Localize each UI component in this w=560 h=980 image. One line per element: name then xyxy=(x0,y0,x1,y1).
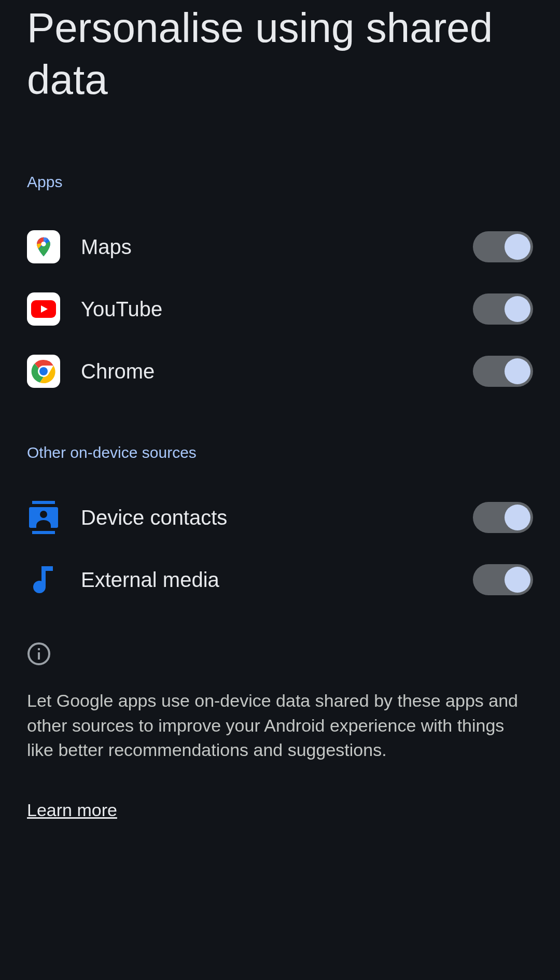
list-item-label: External media xyxy=(81,568,473,592)
svg-rect-5 xyxy=(32,501,55,504)
svg-point-11 xyxy=(33,581,46,593)
list-item[interactable]: Maps xyxy=(27,216,533,278)
list-item-label: YouTube xyxy=(81,298,473,321)
toggle-contacts[interactable] xyxy=(473,502,533,533)
list-item[interactable]: YouTube xyxy=(27,278,533,340)
info-icon xyxy=(27,642,533,668)
youtube-icon xyxy=(27,292,60,326)
svg-rect-6 xyxy=(32,531,55,534)
svg-rect-10 xyxy=(41,566,53,571)
section-header-other: Other on-device sources xyxy=(27,444,533,461)
svg-rect-14 xyxy=(38,648,40,650)
svg-point-4 xyxy=(39,367,48,375)
section-header-apps: Apps xyxy=(27,173,533,191)
page-title: Personalise using shared data xyxy=(27,0,533,173)
list-item-label: Device contacts xyxy=(81,506,473,529)
chrome-icon xyxy=(27,355,60,388)
list-item-label: Maps xyxy=(81,235,473,259)
list-item[interactable]: External media xyxy=(27,549,533,611)
toggle-youtube[interactable] xyxy=(473,293,533,325)
svg-rect-13 xyxy=(38,652,40,660)
toggle-chrome[interactable] xyxy=(473,356,533,387)
maps-icon xyxy=(27,230,60,263)
info-description: Let Google apps use on-device data share… xyxy=(27,689,533,763)
toggle-maps[interactable] xyxy=(473,231,533,262)
list-item-label: Chrome xyxy=(81,360,473,383)
learn-more-link[interactable]: Learn more xyxy=(27,800,117,820)
list-item[interactable]: Chrome xyxy=(27,340,533,402)
toggle-external-media[interactable] xyxy=(473,564,533,595)
contacts-icon xyxy=(27,501,60,534)
svg-point-8 xyxy=(40,511,47,518)
svg-point-0 xyxy=(41,242,46,246)
list-item[interactable]: Device contacts xyxy=(27,486,533,549)
music-icon xyxy=(27,563,60,596)
